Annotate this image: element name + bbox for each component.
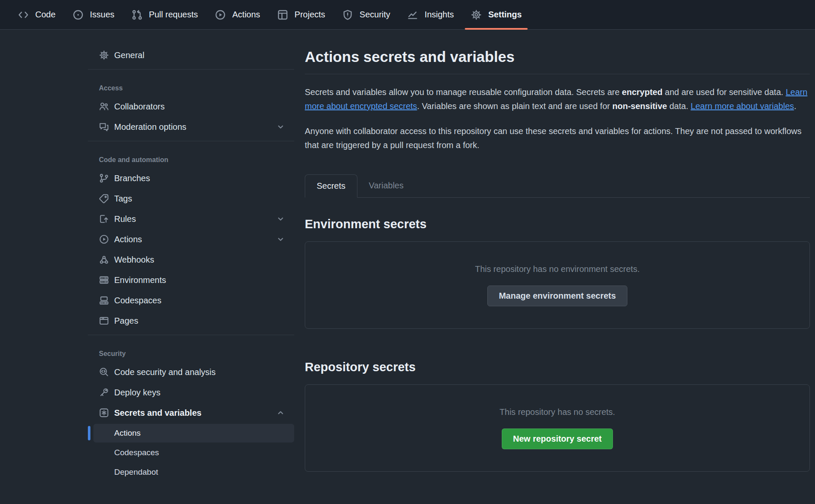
intro-text: and are used for sensitive data. bbox=[663, 87, 786, 97]
sidebar-item-codespaces[interactable]: Codespaces bbox=[88, 290, 294, 311]
environment-secrets-heading: Environment secrets bbox=[305, 217, 810, 231]
tab-label: Pull requests bbox=[149, 10, 198, 20]
sidebar-item-label: Collaborators bbox=[114, 102, 165, 112]
secrets-variables-tabnav: Secrets Variables bbox=[305, 174, 810, 198]
sidebar-item-actions[interactable]: Actions bbox=[88, 229, 294, 249]
tab-label: Insights bbox=[424, 10, 454, 20]
tab-code[interactable]: Code bbox=[18, 0, 56, 29]
play-icon bbox=[99, 234, 109, 244]
sidebar-item-label: Moderation options bbox=[114, 122, 186, 132]
sidebar-item-label: Environments bbox=[114, 275, 166, 285]
sidebar-item-rules[interactable]: Rules bbox=[88, 209, 294, 229]
divider bbox=[88, 141, 294, 141]
sidebar-subitem-actions[interactable]: Actions bbox=[93, 424, 294, 442]
intro-text: . bbox=[794, 101, 797, 111]
sidebar-subitem-codespaces[interactable]: Codespaces bbox=[93, 443, 294, 462]
sidebar-item-general[interactable]: General bbox=[88, 45, 294, 65]
sidebar-section-title-code-automation: Code and automation bbox=[88, 145, 294, 168]
webhook-icon bbox=[99, 255, 109, 265]
intro-paragraph-2: Anyone with collaborator access to this … bbox=[305, 124, 810, 152]
sidebar-item-code-security[interactable]: Code security and analysis bbox=[88, 362, 294, 382]
sidebar-item-label: Rules bbox=[114, 214, 136, 224]
sidebar-item-label: Code security and analysis bbox=[114, 367, 216, 377]
tab-pull-requests[interactable]: Pull requests bbox=[132, 0, 198, 29]
server-icon bbox=[99, 275, 109, 285]
git-branch-icon bbox=[99, 173, 109, 183]
repo-top-nav: Code Issues Pull requests Actions Projec… bbox=[0, 0, 815, 30]
browser-icon bbox=[99, 316, 109, 326]
intro-paragraph-1: Secrets and variables allow you to manag… bbox=[305, 85, 810, 113]
graph-icon bbox=[407, 9, 418, 20]
sidebar-item-webhooks[interactable]: Webhooks bbox=[88, 249, 294, 270]
tab-actions[interactable]: Actions bbox=[215, 0, 260, 29]
tab-variables[interactable]: Variables bbox=[357, 174, 415, 197]
divider bbox=[88, 335, 294, 335]
sidebar-section-title-access: Access bbox=[88, 73, 294, 96]
sidebar-item-secrets-and-variables[interactable]: Secrets and variables bbox=[88, 403, 294, 423]
tag-icon bbox=[99, 193, 109, 204]
repository-secrets-empty-text: This repository has no secrets. bbox=[500, 407, 615, 417]
new-repository-secret-button[interactable]: New repository secret bbox=[502, 428, 613, 449]
code-icon bbox=[18, 9, 29, 20]
environment-secrets-empty-text: This repository has no environment secre… bbox=[475, 264, 640, 274]
gear-icon bbox=[471, 9, 482, 20]
tab-insights[interactable]: Insights bbox=[407, 0, 454, 29]
tab-settings[interactable]: Settings bbox=[471, 0, 522, 29]
intro-bold-encrypted: encrypted bbox=[622, 87, 663, 97]
rules-icon bbox=[99, 214, 109, 224]
sidebar-item-label: Branches bbox=[114, 174, 150, 183]
gear-icon bbox=[99, 50, 109, 60]
sidebar-item-branches[interactable]: Branches bbox=[88, 168, 294, 188]
intro-text: Secrets and variables allow you to manag… bbox=[305, 87, 622, 97]
chevron-up-icon bbox=[276, 409, 285, 417]
people-icon bbox=[99, 101, 109, 112]
tab-label: Security bbox=[360, 10, 390, 20]
sidebar-item-moderation-options[interactable]: Moderation options bbox=[88, 117, 294, 137]
sidebar-item-pages[interactable]: Pages bbox=[88, 311, 294, 331]
sidebar-subitem-label: Codespaces bbox=[114, 448, 159, 457]
chevron-down-icon bbox=[276, 235, 285, 244]
codespaces-icon bbox=[99, 295, 109, 305]
tab-projects[interactable]: Projects bbox=[277, 0, 325, 29]
sidebar-item-label: Codespaces bbox=[114, 296, 161, 305]
tab-issues[interactable]: Issues bbox=[73, 0, 115, 29]
sidebar-item-environments[interactable]: Environments bbox=[88, 270, 294, 290]
sidebar-subitem-label: Dependabot bbox=[114, 468, 158, 477]
sidebar-subitem-label: Actions bbox=[114, 428, 141, 438]
chevron-down-icon bbox=[276, 215, 285, 223]
sidebar-item-collaborators[interactable]: Collaborators bbox=[88, 96, 294, 117]
environment-secrets-empty-box: This repository has no environment secre… bbox=[305, 241, 810, 329]
discussion-icon bbox=[99, 122, 109, 132]
sidebar-item-label: Pages bbox=[114, 316, 138, 326]
repository-secrets-heading: Repository secrets bbox=[305, 360, 810, 374]
play-icon bbox=[215, 9, 226, 20]
tab-label: Issues bbox=[90, 10, 115, 20]
intro-text: data. bbox=[667, 101, 691, 111]
issue-opened-icon bbox=[73, 9, 84, 20]
page-title: Actions secrets and variables bbox=[305, 48, 810, 65]
pull-request-icon bbox=[132, 9, 143, 20]
tab-label: Code bbox=[35, 10, 56, 20]
intro-bold-non-sensitive: non-sensitive bbox=[613, 101, 667, 111]
key-icon bbox=[99, 387, 109, 398]
sidebar-item-tags[interactable]: Tags bbox=[88, 188, 294, 209]
chevron-down-icon bbox=[276, 123, 285, 131]
selected-indicator bbox=[88, 426, 90, 440]
table-icon bbox=[277, 9, 288, 20]
sidebar-item-label: Deploy keys bbox=[114, 388, 160, 398]
sidebar-item-label: Secrets and variables bbox=[114, 408, 202, 418]
sidebar-item-label: Webhooks bbox=[114, 255, 154, 265]
code-scan-icon bbox=[99, 367, 109, 377]
link-learn-variables[interactable]: Learn more about variables bbox=[691, 101, 794, 111]
manage-environment-secrets-button[interactable]: Manage environment secrets bbox=[487, 286, 627, 306]
sidebar-item-deploy-keys[interactable]: Deploy keys bbox=[88, 382, 294, 403]
tab-security[interactable]: Security bbox=[342, 0, 390, 29]
divider bbox=[305, 74, 810, 74]
repository-secrets-empty-box: This repository has no secrets. New repo… bbox=[305, 384, 810, 472]
tab-secrets[interactable]: Secrets bbox=[305, 174, 357, 198]
intro-text: . Variables are shown as plain text and … bbox=[417, 101, 613, 111]
tab-label: Actions bbox=[232, 10, 260, 20]
sidebar-subitem-dependabot[interactable]: Dependabot bbox=[93, 463, 294, 482]
tab-label: Settings bbox=[488, 10, 522, 20]
sidebar-item-label: Tags bbox=[114, 194, 132, 204]
